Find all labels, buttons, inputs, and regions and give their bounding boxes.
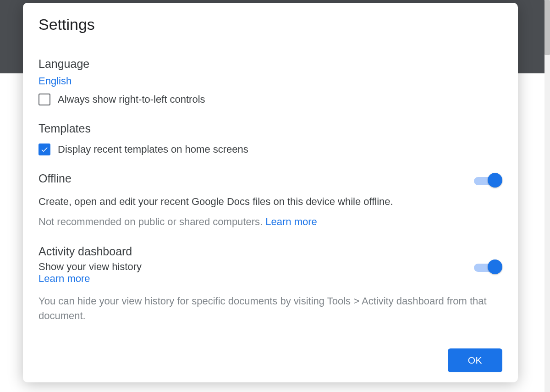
- page-scrollbar[interactable]: [544, 0, 550, 392]
- activity-hint: You can hide your view history for speci…: [38, 294, 502, 323]
- scrollbar-thumb[interactable]: [544, 0, 550, 55]
- activity-toggle[interactable]: [474, 261, 502, 270]
- offline-learn-more-link[interactable]: Learn more: [265, 216, 317, 227]
- dialog-title: Settings: [38, 16, 502, 33]
- display-recent-templates-label: Display recent templates on home screens: [58, 144, 248, 155]
- offline-warning-text: Not recommended on public or shared comp…: [38, 216, 265, 227]
- offline-toggle[interactable]: [474, 174, 502, 183]
- toggle-thumb: [488, 173, 502, 188]
- activity-heading: Activity dashboard: [38, 245, 132, 258]
- language-current-link[interactable]: English: [38, 75, 502, 87]
- settings-dialog: Settings Language English Always show ri…: [23, 3, 518, 382]
- language-heading: Language: [38, 57, 502, 71]
- activity-learn-more-link[interactable]: Learn more: [38, 273, 142, 285]
- offline-description: Create, open and edit your recent Google…: [38, 194, 502, 209]
- rtl-checkbox-label: Always show right-to-left controls: [58, 94, 205, 105]
- show-view-history-label: Show your view history: [38, 261, 142, 273]
- toggle-thumb: [488, 259, 502, 274]
- templates-heading: Templates: [38, 122, 502, 135]
- offline-warning: Not recommended on public or shared comp…: [38, 215, 502, 229]
- offline-heading: Offline: [38, 172, 72, 185]
- check-icon: [40, 145, 49, 154]
- ok-button[interactable]: OK: [448, 348, 502, 372]
- display-recent-templates-checkbox[interactable]: [38, 144, 50, 155]
- rtl-checkbox[interactable]: [38, 94, 50, 105]
